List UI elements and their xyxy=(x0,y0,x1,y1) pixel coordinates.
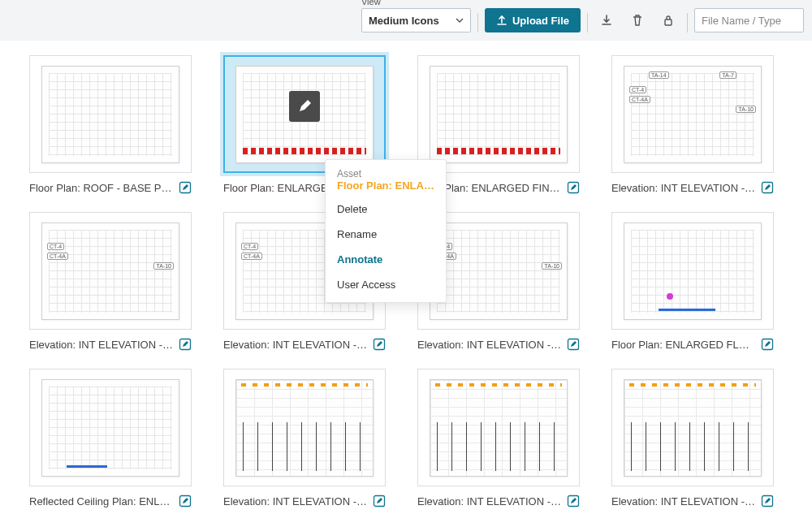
trash-icon xyxy=(631,14,644,27)
view-select[interactable]: Medium Icons xyxy=(361,8,471,32)
gallery-card[interactable]: CT-4CT-4ATA-10TA-14TA-7Elevation: INT EL… xyxy=(611,55,774,194)
thumbnail[interactable] xyxy=(223,369,386,486)
upload-label: Upload File xyxy=(512,15,569,27)
caption-row: Elevation: INT ELEVATION -… xyxy=(223,495,386,508)
context-menu: Asset Floor Plan: ENLARGE… DeleteRenameA… xyxy=(325,159,447,303)
edit-icon[interactable] xyxy=(179,495,192,508)
edit-icon[interactable] xyxy=(567,338,580,351)
lock-button[interactable] xyxy=(656,8,680,32)
gallery-card[interactable]: Floor Plan: ROOF - BASE PL… xyxy=(29,55,192,194)
caption-text: Elevation: INT ELEVATION -… xyxy=(417,339,562,351)
edit-icon[interactable] xyxy=(761,181,774,194)
caption-text: Elevation: INT ELEVATION -… xyxy=(417,495,562,508)
caption-row: Reflected Ceiling Plan: ENL… xyxy=(29,495,192,508)
upload-file-button[interactable]: Upload File xyxy=(485,8,581,32)
caption-text: Floor Plan: ROOF - BASE PL… xyxy=(29,182,174,194)
caption-row: Elevation: INT ELEVATION -… xyxy=(611,495,774,508)
view-select-value: Medium Icons xyxy=(369,15,439,27)
caption-row: Elevation: INT ELEVATION -… xyxy=(223,338,386,351)
annotate-overlay-icon xyxy=(289,91,320,122)
svg-rect-0 xyxy=(665,19,672,25)
thumbnail[interactable]: CT-4CT-4ATA-10 xyxy=(29,212,192,330)
gallery-card[interactable]: Elevation: INT ELEVATION -… xyxy=(611,369,774,508)
thumbnail[interactable] xyxy=(417,55,580,173)
thumbnail[interactable]: CT-4CT-4ATA-10TA-14TA-7 xyxy=(611,55,774,173)
edit-icon[interactable] xyxy=(567,181,580,194)
chevron-down-icon xyxy=(456,16,464,24)
context-menu-asset-name: Floor Plan: ENLARGE… xyxy=(326,179,446,197)
context-menu-item-annotate[interactable]: Annotate xyxy=(326,247,446,272)
divider xyxy=(587,13,588,32)
caption-text: Elevation: INT ELEVATION -… xyxy=(223,339,368,351)
thumbnail[interactable] xyxy=(29,55,192,173)
search-placeholder: File Name / Type xyxy=(702,15,781,27)
thumbnail[interactable] xyxy=(417,369,580,486)
edit-icon[interactable] xyxy=(179,338,192,351)
caption-row: Elevation: INT ELEVATION -… xyxy=(611,181,774,194)
edit-icon[interactable] xyxy=(373,495,386,508)
edit-icon[interactable] xyxy=(761,495,774,508)
caption-text: Floor Plan: ENLARGED FLO… xyxy=(611,339,756,351)
context-menu-item-rename[interactable]: Rename xyxy=(326,222,446,247)
caption-row: Floor Plan: ENLARGED FLO… xyxy=(611,338,774,351)
edit-icon[interactable] xyxy=(567,495,580,508)
context-menu-item-delete[interactable]: Delete xyxy=(326,197,446,222)
caption-row: Elevation: INT ELEVATION -… xyxy=(417,338,580,351)
download-button[interactable] xyxy=(594,8,619,32)
gallery-card[interactable]: CT-4CT-4ATA-10Elevation: INT ELEVATION -… xyxy=(29,212,192,351)
thumbnail[interactable] xyxy=(611,369,774,486)
caption-text: Elevation: INT ELEVATION -… xyxy=(611,495,756,508)
gallery-card[interactable]: Reflected Ceiling Plan: ENL… xyxy=(29,369,192,508)
divider xyxy=(687,13,688,32)
view-group: View Medium Icons xyxy=(361,0,471,32)
caption-row: Elevation: INT ELEVATION -… xyxy=(29,338,192,351)
gallery-card[interactable]: Elevation: INT ELEVATION -… xyxy=(223,369,386,508)
divider xyxy=(477,13,478,32)
lock-icon xyxy=(662,14,675,27)
caption-text: Elevation: INT ELEVATION -… xyxy=(611,182,756,194)
context-menu-item-user-access[interactable]: User Access xyxy=(326,272,446,297)
view-label: View xyxy=(361,0,471,6)
download-icon xyxy=(600,14,613,27)
caption-text: Reflected Ceiling Plan: ENL… xyxy=(29,495,174,508)
thumbnail[interactable] xyxy=(611,212,774,330)
thumbnail[interactable] xyxy=(29,369,192,486)
gallery-card[interactable]: Elevation: INT ELEVATION -… xyxy=(417,369,580,508)
caption-row: Elevation: INT ELEVATION -… xyxy=(417,495,580,508)
edit-icon[interactable] xyxy=(373,338,386,351)
thumbnail[interactable] xyxy=(223,55,386,173)
caption-row: Floor Plan: ROOF - BASE PL… xyxy=(29,181,192,194)
caption-text: Elevation: INT ELEVATION -… xyxy=(29,339,174,351)
search-input[interactable]: File Name / Type xyxy=(694,8,804,32)
caption-text: Elevation: INT ELEVATION -… xyxy=(223,495,368,508)
context-menu-header: Asset xyxy=(326,165,446,179)
toolbar: View Medium Icons Upload File File Name … xyxy=(0,0,812,41)
gallery-card[interactable]: Floor Plan: ENLARGED FLO… xyxy=(611,212,774,351)
delete-button[interactable] xyxy=(625,8,650,32)
edit-icon[interactable] xyxy=(761,338,774,351)
upload-icon xyxy=(496,15,508,26)
edit-icon[interactable] xyxy=(179,181,192,194)
